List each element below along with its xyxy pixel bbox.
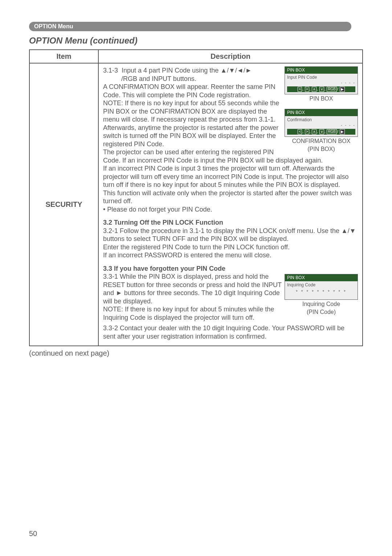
key-down-icon: ∨	[319, 87, 324, 92]
pinbox-input-caption: PIN BOX	[285, 95, 358, 102]
key-right-icon: >	[305, 129, 309, 134]
key-left-icon: <	[298, 87, 302, 92]
pinbox-input: PIN BOX Input PIN Code - - - - <, >, ∧, …	[285, 66, 358, 94]
pinbox-inquiring-group: PIN BOX Inquiring Code * * * * * * * * *…	[285, 274, 358, 316]
key-down-icon: ∨	[319, 129, 324, 134]
key-up-icon: ∧	[312, 87, 317, 92]
pinbox-inquiring-label: Inquiring Code	[287, 282, 355, 288]
key-left-icon: <	[298, 129, 302, 134]
key-play-icon: ▶	[340, 87, 345, 92]
pinbox-inquiring: PIN BOX Inquiring Code * * * * * * * * *…	[285, 274, 358, 300]
pinbox-inquiring-title: PIN BOX	[285, 274, 358, 281]
option-table: Item Description SECURITY PIN BOX Input …	[29, 49, 363, 346]
p332: 3.3-2 Contact your dealer with the 10 di…	[103, 324, 358, 340]
item-security: SECURITY	[29, 63, 98, 346]
desc-security: PIN BOX Input PIN Code - - - - <, >, ∧, …	[98, 63, 363, 346]
pinbox-confirm-dashes: - - - -	[287, 123, 355, 128]
pinbox-confirm-title: PIN BOX	[285, 109, 358, 116]
th-desc: Description	[98, 50, 363, 63]
p313-g: This function will activate only when th…	[103, 189, 358, 205]
pinbox-confirm-caption1: CONFIRMATION BOX	[285, 138, 358, 145]
pinbox-input-keys: <, >, ∧, ∨, RGB/ ▶	[287, 86, 355, 92]
p313-f: If an incorrect PIN Code is input 3 time…	[103, 164, 358, 189]
p32b: If an incorrect PASSWORD is entered the …	[103, 251, 358, 259]
key-play-icon: ▶	[340, 129, 345, 134]
p32a: Enter the registered PIN Code to turn th…	[103, 243, 358, 252]
menu-badge-label: OPTION Menu	[34, 23, 73, 29]
pinbox-confirm-caption2: (PIN BOX)	[285, 146, 358, 153]
pinbox-input-dashes: - - - -	[287, 80, 355, 86]
page-number: 50	[29, 530, 37, 538]
section-title: OPTION Menu (continued)	[29, 36, 363, 46]
key-up-icon: ∧	[312, 129, 317, 134]
pinbox-title: PIN BOX	[285, 67, 358, 74]
p313-bullet: • Please do not forget your PIN Code.	[103, 205, 358, 214]
pinbox-inquiring-caption2: (PIN Code)	[285, 308, 358, 316]
continued-note: (continued on next page)	[29, 349, 363, 357]
pinbox-inquiring-caption1: Inquiring Code	[285, 301, 358, 308]
key-rgb: RGB	[327, 87, 337, 92]
h32: 3.2 Turning Off the PIN LOCK Function	[103, 218, 358, 227]
h33: 3.3 If you have forgotten your PIN Code	[103, 265, 358, 273]
pinbox-confirm: PIN BOX Confirmation - - - - <, >, ∧, ∨,…	[285, 109, 358, 137]
p321: 3.2-1 Follow the procedure in 3.1-1 to d…	[103, 227, 358, 243]
pinbox-confirm-label: Confirmation	[287, 117, 355, 123]
key-rgb: RGB	[327, 129, 337, 134]
pinbox-confirm-keys: <, >, ∧, ∨, RGB/ ▶	[287, 129, 355, 135]
key-right-icon: >	[305, 87, 309, 92]
pinbox-input-group: PIN BOX Input PIN Code - - - - <, >, ∧, …	[285, 66, 358, 153]
pinbox-inquiring-stars: * * * * * * * * * *	[287, 288, 355, 298]
pinbox-input-label: Input PIN Code	[287, 75, 355, 80]
th-item: Item	[29, 50, 98, 63]
menu-badge: OPTION Menu	[29, 22, 351, 31]
